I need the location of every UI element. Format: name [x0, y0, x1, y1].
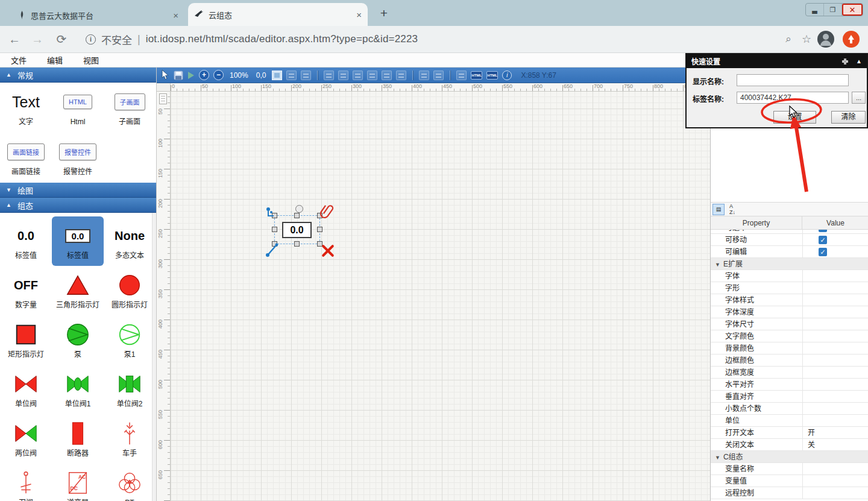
palette-item-PT[interactable]: PT — [104, 464, 156, 501]
palette-item-数字量[interactable]: OFF数字量 — [0, 266, 52, 315]
zoom-out-page-icon[interactable]: ⌕ — [781, 33, 796, 45]
property-row[interactable]: 字形 — [711, 282, 868, 294]
property-row[interactable]: 小数点个数 — [711, 403, 868, 415]
property-column-header[interactable]: Property — [711, 216, 802, 229]
palette-item-标签值[interactable]: 0.0标签值 — [52, 216, 104, 266]
save-icon[interactable] — [174, 71, 183, 80]
value-column-header[interactable]: Value — [802, 216, 868, 229]
html-preview-icon[interactable]: HTML — [486, 71, 498, 80]
select-cursor-icon[interactable] — [162, 70, 169, 80]
same-width-icon[interactable] — [419, 71, 429, 80]
property-row[interactable]: 字体深度 — [711, 306, 868, 318]
property-row[interactable]: 变量名称 — [711, 463, 868, 475]
property-row[interactable]: 字体尺寸 — [711, 318, 868, 330]
property-category-row[interactable]: ▼E扩展 — [711, 258, 868, 270]
property-row[interactable]: 垂直对齐 — [711, 391, 868, 403]
palette-item-三角形指示灯[interactable]: 三角形指示灯 — [52, 266, 104, 315]
property-row[interactable]: 边框宽度 — [711, 367, 868, 379]
sort-az-icon[interactable]: AZ↓ — [726, 204, 738, 215]
page-info-icon[interactable]: i — [86, 34, 96, 45]
palette-item-多态文本[interactable]: None多态文本 — [104, 216, 156, 266]
property-row[interactable]: 边框颜色 — [711, 354, 868, 367]
browser-tab-active[interactable]: 云组态 × — [188, 3, 368, 26]
palette-item-圆形指示灯[interactable]: 圆形指示灯 — [104, 266, 156, 315]
property-row[interactable]: 可移动✓ — [711, 234, 868, 246]
menu-item-1[interactable]: 编辑 — [47, 54, 63, 66]
ungroup-icon[interactable] — [301, 71, 311, 80]
menu-item-2[interactable]: 视图 — [83, 54, 99, 66]
palette-item-报警控件[interactable]: 报警控件报警控件 — [52, 133, 104, 182]
palette-item-标签值[interactable]: 0.0标签值 — [0, 216, 52, 266]
checkbox-checked-icon[interactable]: ✓ — [819, 230, 827, 232]
palette-item-矩形指示灯[interactable]: 矩形指示灯 — [0, 315, 52, 365]
clear-button[interactable]: 清除 — [831, 111, 866, 124]
palette-item-断路器[interactable]: 断路器 — [52, 414, 104, 464]
align-right-icon[interactable] — [353, 71, 363, 80]
window-maximize-button[interactable]: ❐ — [824, 4, 842, 16]
property-row[interactable]: 单位 — [711, 415, 868, 427]
html-export-icon[interactable]: HTML — [471, 71, 482, 80]
quick-settings-titlebar[interactable]: 快速设置 ▲ — [687, 54, 867, 68]
profile-avatar[interactable] — [817, 31, 834, 48]
run-play-icon[interactable] — [187, 71, 195, 80]
distribute-icon[interactable] — [456, 71, 467, 80]
palette-item-画面链接[interactable]: 画面链接画面链接 — [0, 133, 52, 182]
group-icon[interactable] — [286, 71, 297, 80]
resize-handle-n[interactable] — [294, 213, 300, 218]
connector-line-icon[interactable] — [265, 242, 280, 257]
align-center-icon[interactable] — [338, 71, 348, 80]
palette-item-Html[interactable]: HTMLHtml — [52, 83, 104, 132]
property-row[interactable]: 背景颜色 — [711, 342, 868, 354]
browse-tags-button[interactable]: ... — [852, 92, 866, 104]
property-row[interactable]: 打开文本开 — [711, 427, 868, 439]
property-row[interactable]: 可编辑✓ — [711, 246, 868, 258]
palette-item-车手[interactable]: 车手 — [104, 414, 156, 464]
set-button[interactable]: 设置 — [773, 111, 816, 124]
same-height-icon[interactable] — [433, 71, 444, 80]
reload-icon[interactable]: ⟳ — [54, 32, 69, 46]
align-middle-icon[interactable] — [382, 71, 392, 80]
resize-handle-w[interactable] — [272, 227, 277, 232]
display-grid-icon[interactable] — [272, 71, 282, 80]
dock-compress-icon[interactable] — [841, 58, 849, 65]
palette-item-子画面[interactable]: 子画面子画面 — [104, 83, 156, 132]
align-bottom-icon[interactable] — [396, 71, 406, 80]
design-canvas[interactable]: 0.0 — [171, 92, 710, 501]
zoom-in-icon[interactable]: + — [199, 70, 209, 80]
window-close-button[interactable]: ✕ — [842, 4, 863, 16]
info-icon[interactable]: i — [502, 71, 512, 80]
bookmark-star-icon[interactable]: ☆ — [799, 33, 814, 46]
checkbox-checked-icon[interactable]: ✓ — [819, 248, 827, 256]
forward-icon[interactable]: → — [30, 33, 45, 46]
property-row[interactable]: 可选中✓ — [711, 230, 868, 234]
delete-element-icon[interactable] — [321, 244, 335, 258]
tab-close-icon[interactable]: × — [356, 10, 362, 19]
property-row[interactable]: 水平对齐 — [711, 379, 868, 391]
connector-elbow-icon[interactable] — [265, 207, 278, 220]
display-name-input[interactable] — [737, 74, 849, 86]
browser-tab-inactive[interactable]: 思普云大数据平台 × — [12, 4, 184, 26]
back-icon[interactable]: ← — [7, 33, 22, 46]
palette-item-单位阀2[interactable]: 单位阀2 — [104, 365, 156, 414]
palette-item-单位阀1[interactable]: 单位阀1 — [52, 365, 104, 414]
tag-name-input[interactable] — [737, 92, 849, 104]
sidebar-scrollbar[interactable] — [152, 213, 156, 501]
resize-handle-s[interactable] — [294, 241, 300, 247]
checkbox-checked-icon[interactable]: ✓ — [819, 236, 827, 244]
property-row[interactable]: 远程控制 — [711, 487, 868, 499]
attach-paperclip-icon[interactable] — [320, 203, 336, 221]
palette-item-文字[interactable]: Text文字 — [0, 83, 52, 132]
tag-value-element[interactable]: 0.0 — [282, 222, 312, 238]
resize-handle-e[interactable] — [317, 227, 322, 232]
panel-header-common[interactable]: ▲ 常规 — [0, 68, 156, 83]
panel-header-draw[interactable]: ▼ 绘图 — [0, 183, 156, 198]
menu-item-0[interactable]: 文件 — [11, 54, 27, 66]
property-category-row[interactable]: ▼C组态 — [711, 451, 868, 463]
panel-header-zutai[interactable]: ▲ 组态 — [0, 198, 156, 213]
browser-logo-icon[interactable] — [843, 31, 860, 48]
property-row[interactable]: 变量值 — [711, 475, 868, 487]
new-tab-button[interactable]: + — [376, 5, 392, 21]
categorize-icon[interactable]: ▤ — [712, 204, 725, 215]
palette-item-泵1[interactable]: 泵1 — [104, 315, 156, 365]
rotate-handle[interactable] — [295, 205, 303, 213]
